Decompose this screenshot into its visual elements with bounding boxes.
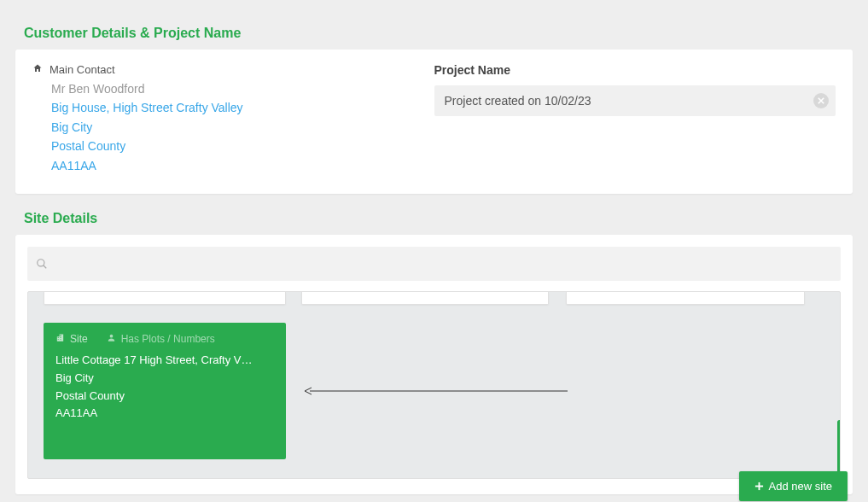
contact-name: Mr Ben Woodford bbox=[51, 79, 434, 98]
clear-icon[interactable] bbox=[813, 93, 829, 108]
search-icon bbox=[36, 258, 48, 270]
main-contact-label: Main Contact bbox=[50, 63, 115, 76]
site-tile-selected[interactable]: Site Has Plots / Numbers Little Cottage … bbox=[44, 323, 286, 459]
annotation-arrow bbox=[303, 384, 569, 393]
site-postcode: AA11AA bbox=[55, 405, 274, 423]
svg-line-1 bbox=[44, 266, 47, 269]
section-title-customer: Customer Details & Project Name bbox=[24, 26, 853, 41]
plots-label: Has Plots / Numbers bbox=[121, 333, 215, 345]
svg-point-2 bbox=[109, 335, 113, 338]
contact-county[interactable]: Postal County bbox=[51, 137, 434, 155]
section-title-site: Site Details bbox=[24, 211, 853, 226]
site-city: Big City bbox=[55, 370, 274, 388]
scrollbar-vertical[interactable] bbox=[837, 420, 841, 475]
contact-postcode[interactable]: AA11AA bbox=[51, 156, 434, 175]
add-new-site-label: Add new site bbox=[769, 480, 832, 493]
main-contact-block: Main Contact Mr Ben Woodford Big House, … bbox=[32, 63, 434, 175]
svg-point-0 bbox=[38, 260, 44, 266]
project-name-block: Project Name bbox=[434, 63, 836, 175]
site-label: Site bbox=[70, 333, 88, 345]
site-card-ghost bbox=[44, 292, 286, 305]
site-canvas: Site Has Plots / Numbers Little Cottage … bbox=[27, 291, 841, 479]
contact-address1[interactable]: Big House, High Street Crafty Valley bbox=[51, 98, 434, 117]
site-card-ghost bbox=[301, 292, 549, 305]
contact-city[interactable]: Big City bbox=[51, 118, 434, 137]
project-name-input[interactable] bbox=[434, 85, 836, 116]
building-icon bbox=[55, 333, 65, 345]
site-county: Postal County bbox=[55, 388, 274, 406]
site-search-input[interactable] bbox=[27, 247, 841, 281]
project-name-label: Project Name bbox=[434, 63, 836, 77]
site-details-card: Site Has Plots / Numbers Little Cottage … bbox=[15, 235, 853, 494]
site-address1: Little Cottage 17 High Street, Crafty V… bbox=[55, 352, 274, 370]
site-card-ghost bbox=[566, 292, 805, 305]
person-icon bbox=[107, 333, 116, 345]
customer-details-card: Main Contact Mr Ben Woodford Big House, … bbox=[15, 50, 853, 194]
home-icon bbox=[32, 63, 43, 76]
add-new-site-button[interactable]: Add new site bbox=[739, 471, 848, 501]
